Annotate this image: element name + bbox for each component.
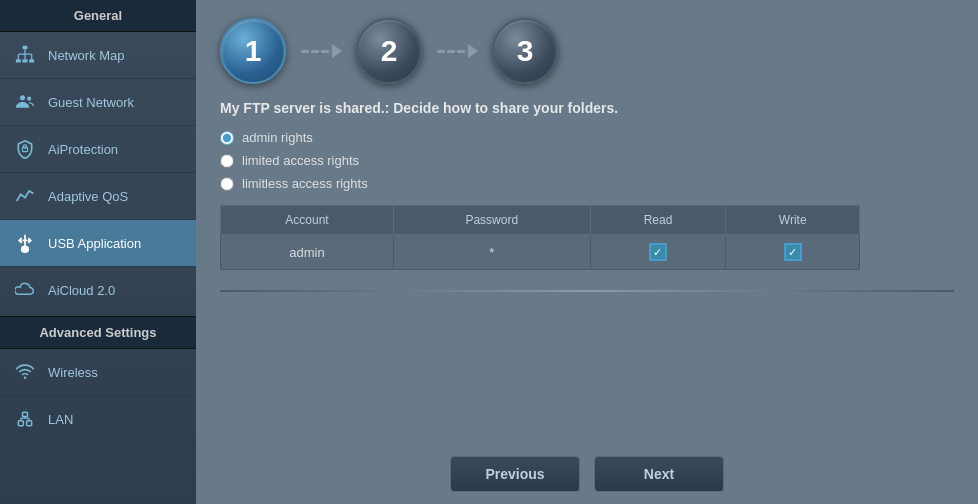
sidebar-item-guest-network[interactable]: Guest Network [0, 79, 196, 126]
wireless-icon [12, 359, 38, 385]
arrow-seg-5 [447, 50, 455, 53]
qos-icon [12, 183, 38, 209]
svg-point-12 [23, 145, 26, 148]
cell-read: ✓ [590, 235, 726, 270]
col-password: Password [393, 206, 590, 235]
table-row: admin * ✓ ✓ [221, 235, 860, 270]
navigation-buttons: Previous Next [220, 456, 954, 492]
radio-limited-access[interactable]: limited access rights [220, 153, 954, 168]
access-table: Account Password Read Write admin * ✓ ✓ [220, 205, 860, 270]
svg-rect-17 [23, 412, 28, 416]
svg-rect-15 [18, 421, 23, 426]
arrow-seg-1 [301, 50, 309, 53]
step-1-number: 1 [245, 34, 262, 68]
steps-indicator: 1 2 3 [220, 18, 954, 84]
step-arrow-2 [436, 44, 478, 58]
next-button[interactable]: Next [594, 456, 724, 492]
radio-limited-label: limited access rights [242, 153, 359, 168]
sidebar-item-adaptive-qos[interactable]: Adaptive QoS [0, 173, 196, 220]
col-write: Write [726, 206, 860, 235]
svg-rect-3 [29, 59, 34, 62]
step-2-number: 2 [381, 34, 398, 68]
svg-point-10 [27, 97, 31, 101]
sidebar-advanced-header: Advanced Settings [0, 316, 196, 349]
section-divider [220, 290, 954, 292]
svg-point-14 [24, 377, 27, 380]
cell-account: admin [221, 235, 394, 270]
svg-point-9 [20, 95, 25, 100]
step-description: My FTP server is shared.: Decide how to … [220, 100, 954, 116]
cell-write: ✓ [726, 235, 860, 270]
svg-rect-1 [16, 59, 21, 62]
col-read: Read [590, 206, 726, 235]
sidebar-label-usb-application: USB Application [48, 236, 141, 251]
protection-icon [12, 136, 38, 162]
radio-admin-label: admin rights [242, 130, 313, 145]
arrow-seg-2 [311, 50, 319, 53]
radio-admin-input[interactable] [220, 131, 234, 145]
svg-rect-2 [23, 59, 28, 62]
write-checkbox[interactable]: ✓ [784, 243, 802, 261]
sidebar-general-header: General [0, 0, 196, 32]
sidebar-label-lan: LAN [48, 412, 73, 427]
radio-admin-rights[interactable]: admin rights [220, 130, 954, 145]
step-3-number: 3 [517, 34, 534, 68]
usb-icon [12, 230, 38, 256]
arrow-seg-4 [437, 50, 445, 53]
radio-limitless-input[interactable] [220, 177, 234, 191]
radio-limitless-access[interactable]: limitless access rights [220, 176, 954, 191]
sidebar: General Network Map Guest Network AiProt… [0, 0, 196, 504]
svg-rect-16 [27, 421, 32, 426]
sidebar-label-wireless: Wireless [48, 365, 98, 380]
step-1-circle: 1 [220, 18, 286, 84]
sidebar-item-usb-application[interactable]: USB Application [0, 220, 196, 267]
sidebar-item-lan[interactable]: LAN [0, 396, 196, 443]
arrow-seg-6 [457, 50, 465, 53]
network-icon [12, 42, 38, 68]
cloud-icon [12, 277, 38, 303]
arrow-head-1 [332, 44, 342, 58]
guest-icon [12, 89, 38, 115]
sidebar-item-network-map[interactable]: Network Map [0, 32, 196, 79]
col-account: Account [221, 206, 394, 235]
cell-password: * [393, 235, 590, 270]
arrow-seg-3 [321, 50, 329, 53]
radio-limitless-label: limitless access rights [242, 176, 368, 191]
sidebar-item-aicloud[interactable]: AiCloud 2.0 [0, 267, 196, 314]
svg-rect-0 [23, 46, 28, 49]
main-content: 1 2 3 My FTP server is shared.: Decide h… [196, 0, 978, 504]
step-3-circle: 3 [492, 18, 558, 84]
radio-limited-input[interactable] [220, 154, 234, 168]
previous-button[interactable]: Previous [450, 456, 580, 492]
sidebar-label-aicloud: AiCloud 2.0 [48, 283, 115, 298]
step-arrow-1 [300, 44, 342, 58]
lan-icon [12, 406, 38, 432]
sidebar-label-guest-network: Guest Network [48, 95, 134, 110]
sidebar-item-wireless[interactable]: Wireless [0, 349, 196, 396]
sidebar-item-aiprotection[interactable]: AiProtection [0, 126, 196, 173]
sidebar-label-adaptive-qos: Adaptive QoS [48, 189, 128, 204]
arrow-head-2 [468, 44, 478, 58]
access-rights-group: admin rights limited access rights limit… [220, 130, 954, 191]
read-checkbox[interactable]: ✓ [649, 243, 667, 261]
step-2-circle: 2 [356, 18, 422, 84]
sidebar-label-aiprotection: AiProtection [48, 142, 118, 157]
sidebar-label-network-map: Network Map [48, 48, 125, 63]
